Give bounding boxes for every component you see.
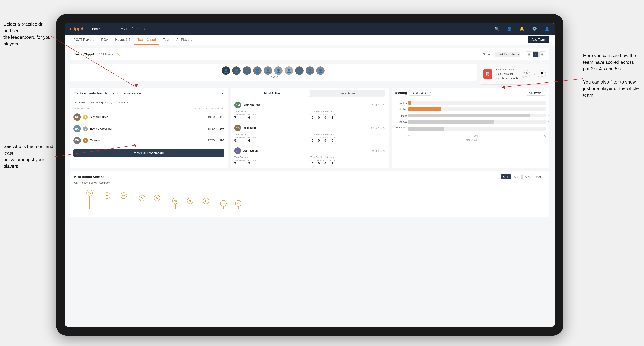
shot-circles: 16yds → 0yds <box>522 70 546 78</box>
avatars-section: 👤 👤 👤 👤 👤 👤 👤 👤 👤 👤 Players <box>74 66 472 79</box>
bar-val-pars: 499 <box>548 114 550 117</box>
scoring-filter-players[interactable]: All Players <box>526 90 546 96</box>
pa-rounds-label-2: Total Rounds <box>234 133 309 136</box>
shot-circle-2: 0yds <box>538 70 546 78</box>
scoring-header: Scoring Par 3, 4 & 5s All Players <box>392 88 550 98</box>
bar-val-birdies: 96 <box>549 108 550 110</box>
subnav-hcaps[interactable]: Hcaps 1-5 <box>112 35 134 45</box>
navbar: clippd Home Teams My Performance 🔍 👤 🔔 ⚙… <box>65 23 555 35</box>
view-full-leaderboard-button[interactable]: View Full Leaderboard <box>74 149 224 157</box>
chart-xlabel: Total Shots <box>395 139 546 141</box>
pa-date-3: 26 Aug 2023 <box>371 149 385 152</box>
subnav-tour[interactable]: Tour <box>160 35 173 45</box>
nav-my-performance[interactable]: My Performance <box>120 27 146 31</box>
player-activity-row: RB Rees Britt 02 Sep 2023 Total Rounds T… <box>231 122 388 145</box>
scoring-filter-par[interactable]: Par 3, 4 & 5s <box>409 90 432 96</box>
lb-name-1: Richard Butler <box>90 116 206 119</box>
streaks-title: Best Round Streaks <box>74 175 501 179</box>
bar-label-eagles: Eagles <box>395 102 407 105</box>
avatar[interactable]: 👤 <box>222 66 230 75</box>
streak-pin-circle: 7x <box>86 190 93 196</box>
settings-icon[interactable]: ⚙️ <box>532 26 537 31</box>
lb-col-score: PB SCORE <box>196 107 208 110</box>
lb-col-avg: PB AVG SQ <box>212 107 224 110</box>
grid-view-btn[interactable]: ⊞ <box>526 51 532 57</box>
avatar-icon[interactable]: 👤 <box>545 26 550 31</box>
least-active-tab[interactable]: Least Active <box>310 90 385 97</box>
subnav: PGAT Players PGA Hcaps 1-5 Team Clippd T… <box>65 35 555 45</box>
lb-avg-1: 110 <box>220 116 224 119</box>
lb-row[interactable]: EC 2 Edward Crossman 18/20 107 <box>70 123 228 135</box>
streaks-btn-app[interactable]: APP <box>512 174 522 179</box>
bar-fill-eagles <box>408 101 411 105</box>
shot-circle-1: 16yds <box>522 70 530 78</box>
streak-pin: 5x <box>139 195 145 209</box>
bar-chart: Eagles 3 Birdies 96 <box>392 98 550 144</box>
avatar[interactable]: 👤 <box>274 66 282 75</box>
streak-pin: 5x <box>154 195 160 209</box>
pa-practice-sub2: OTT0 APP0 ARG0 PUTT1 <box>310 113 385 120</box>
bar-label-pars: Pars <box>395 114 407 117</box>
bar-val-dbogeys: 131 <box>548 127 550 130</box>
streaks-subtitle: Off The Tee, Fairway Accuracy <box>74 181 545 184</box>
avatar[interactable]: 👤 <box>253 66 262 75</box>
avatar[interactable]: 👤 <box>295 66 304 75</box>
streaks-chart: 7x 6x 6x 5x <box>74 186 545 214</box>
bar-track-birdies: 96 <box>408 107 546 111</box>
lb-title: Practice Leaderboards <box>74 92 108 95</box>
lb-row[interactable]: CM 3 Cameron... 17/20 103 <box>70 135 228 147</box>
avatar[interactable]: 👤 <box>306 66 314 75</box>
lb-avatar-2: EC <box>74 125 81 133</box>
streaks-header: Best Round Streaks OTT APP ARG PUTT <box>74 174 545 179</box>
nav-teams[interactable]: Teams <box>105 27 115 31</box>
nav-home[interactable]: Home <box>90 27 100 31</box>
search-icon[interactable]: 🔍 <box>494 26 499 31</box>
lb-table-header: PLAYER NAME PB SCORE PB AVG SQ <box>70 106 228 111</box>
lb-score-1: 19/20 <box>208 116 215 119</box>
streaks-card: Best Round Streaks OTT APP ARG PUTT Off … <box>70 171 550 217</box>
annotation-top-left: Select a practice drill and seethe leade… <box>4 21 52 47</box>
streak-pin-line <box>90 196 90 209</box>
subnav-pga[interactable]: PGA <box>98 35 112 45</box>
bell-icon[interactable]: 🔔 <box>520 26 524 31</box>
bar-fill-dbogeys <box>408 127 444 131</box>
view-icons: ⊞ ≡ ⊟ <box>526 51 545 57</box>
lb-row[interactable]: RB 1 Richard Butler 19/20 110 <box>70 111 228 123</box>
lb-rank-3: 3 <box>83 138 88 143</box>
subnav-all-players[interactable]: All Players <box>173 35 196 45</box>
avatar[interactable]: 👤 <box>243 66 251 75</box>
user-icon[interactable]: 👤 <box>507 26 512 31</box>
team-title: Team Clippd <box>74 52 94 56</box>
streaks-btn-putt[interactable]: PUTT <box>534 174 545 179</box>
bar-track-eagles: 3 <box>408 101 546 105</box>
subnav-pgat[interactable]: PGAT Players <box>70 35 98 45</box>
show-period-select[interactable]: Last 3 months Last month Last year <box>495 51 520 57</box>
streaks-btn-ott[interactable]: OTT <box>501 174 511 179</box>
avatar[interactable]: 👤 <box>285 66 293 75</box>
add-team-button[interactable]: Add Team <box>528 36 550 43</box>
team-header: Team Clippd | 14 Players ✏️ Show: Last 3… <box>70 48 550 60</box>
avatar[interactable]: 👤 <box>232 66 240 75</box>
avatar[interactable]: 👤 <box>264 66 272 75</box>
avatar[interactable]: 👤 <box>316 66 324 75</box>
lb-col-player: PLAYER NAME <box>74 107 196 110</box>
bar-row-eagles: Eagles 3 <box>395 101 546 105</box>
edit-icon[interactable]: ✏️ <box>116 53 120 56</box>
streak-pin: 6x <box>104 192 110 209</box>
bar-fill-pars <box>408 114 530 117</box>
drill-select[interactable]: PUTT Must Make Putting ... <box>110 91 224 96</box>
subnav-team-clippd[interactable]: Team Clippd <box>134 35 160 45</box>
avatars-row: 👤 👤 👤 👤 👤 👤 👤 👤 👤 👤 Players <box>70 64 476 81</box>
list-view-btn[interactable]: ≡ <box>533 51 539 57</box>
most-active-tab[interactable]: Most Active <box>234 90 310 97</box>
drill-subtitle: PUTT Must Make Putting (3-6 ft), Last 3 … <box>70 99 228 106</box>
pa-stats-1: Total Rounds Tournament 7 Practice 6 <box>234 110 385 120</box>
streaks-btn-arg[interactable]: ARG <box>522 174 533 179</box>
pa-rounds-label: Total Rounds <box>234 110 309 113</box>
pa-tournament: Tournament 7 <box>234 113 245 120</box>
pa-practice-activities-block: Total Practice Activities OTT0 APP0 ARG0… <box>310 110 385 120</box>
main-content: Team Clippd | 14 Players ✏️ Show: Last 3… <box>65 45 555 327</box>
shot-start-lie: Start Lie: Rough <box>496 72 518 76</box>
detail-view-btn[interactable]: ⊟ <box>539 51 545 57</box>
lb-avatar-1: RB <box>74 113 81 121</box>
